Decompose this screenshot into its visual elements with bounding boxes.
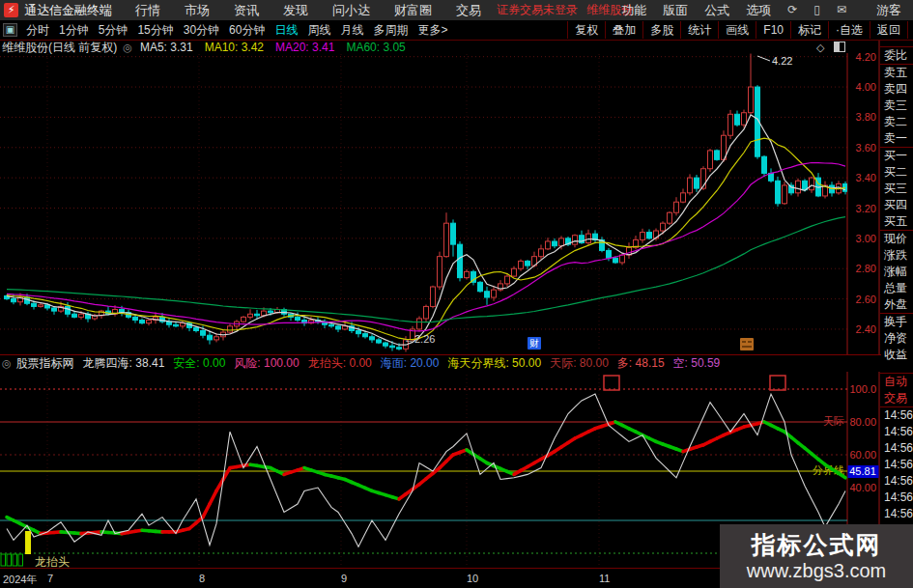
candle-body [336, 326, 341, 329]
toolbar-button-1[interactable]: 叠加 [605, 21, 642, 39]
badge-glyph-mark [748, 341, 752, 343]
menu-item-0[interactable]: 行情 [135, 2, 160, 19]
right-menu-3[interactable]: 选项 [746, 2, 771, 19]
candle-body [559, 238, 564, 246]
event-badge-orange [740, 338, 754, 350]
ma-values: MA5: 3.31MA10: 3.42MA20: 3.41MA60: 3.05 [140, 41, 417, 54]
price-axis-label: 3.60 [856, 142, 876, 154]
period-item-5[interactable]: 60分钟 [229, 22, 265, 39]
candle-body [715, 151, 720, 159]
auto-trade-label-1[interactable]: 交易 [880, 390, 913, 406]
right-menu-1[interactable]: 版面 [663, 2, 688, 19]
indicator-field-4: 龙抬头: 0.00 [308, 355, 372, 372]
split-square-icon[interactable] [834, 42, 845, 52]
tick-time-4: 14:56 [880, 473, 913, 490]
candle-body [465, 271, 470, 277]
refresh-icon[interactable]: ⟳ [787, 0, 797, 20]
period-item-1[interactable]: 1分钟 [59, 22, 89, 39]
candle-body [377, 340, 382, 343]
menu-item-4[interactable]: 问小达 [332, 2, 370, 19]
right-menu-2[interactable]: 公式 [704, 2, 729, 19]
candle-body [269, 311, 273, 313]
guest-label[interactable]: 游客 [876, 2, 901, 19]
period-item-7[interactable]: 周线 [307, 22, 330, 39]
quote-label-17: 净资 [880, 330, 913, 347]
main-chart-canvas[interactable]: 4.204.003.803.603.403.203.002.802.602.40… [0, 0, 913, 588]
auto-trade-label-0[interactable]: 自动 [880, 373, 913, 390]
main-menus: 行情市场资讯发现问小达财富圈交易 [135, 2, 505, 19]
watermark-url: www.zbgs3.com [747, 559, 887, 582]
period-item-3[interactable]: 15分钟 [137, 22, 173, 39]
dragon-signal-box [18, 554, 23, 566]
toolbar-button-3[interactable]: 统计 [680, 21, 718, 39]
candle-body [194, 327, 199, 330]
indicator-collapse-circle-icon[interactable]: ◎ [2, 357, 12, 370]
candle-body [735, 114, 740, 125]
candle-body [147, 321, 152, 323]
candle-body [485, 292, 490, 297]
toolbar-button-6[interactable]: 标记 [790, 21, 828, 39]
candle-body [140, 321, 145, 323]
collapse-circle-icon[interactable]: ◎ [123, 42, 132, 54]
toolbar-button-7[interactable]: ·自选 [828, 21, 870, 39]
candle-body [512, 268, 517, 276]
period-item-2[interactable]: 5分钟 [99, 22, 128, 39]
toolbar-button-2[interactable]: 多股 [642, 21, 680, 39]
tick-time-5: 14:56 [880, 490, 913, 506]
indicator-field-8: 多: 48.15 [617, 355, 665, 372]
menu-item-3[interactable]: 发现 [283, 2, 308, 19]
login-status[interactable]: 证券交易未登录 [497, 2, 578, 18]
current-value-text: 45.81 [849, 465, 876, 477]
menu-item-6[interactable]: 交易 [456, 2, 481, 19]
toolbar-button-4[interactable]: 画线 [718, 21, 756, 39]
price-axis-label: 2.80 [856, 263, 876, 274]
candle-body [668, 212, 672, 223]
menu-item-2[interactable]: 资讯 [234, 2, 259, 19]
indicator-field-9: 空: 50.59 [673, 355, 721, 372]
timeline-month-3: 10 [467, 573, 478, 584]
indicator-field-5: 海面: 20.00 [381, 355, 440, 372]
period-item-10[interactable]: 更多> [417, 22, 447, 39]
mail-icon[interactable]: ✉ [837, 0, 846, 20]
candle-body [573, 236, 578, 244]
toolbar-button-0[interactable]: 复权 [567, 21, 605, 39]
dragon-signal-label: 龙抬头 [35, 555, 70, 569]
menu-item-5[interactable]: 财富圈 [394, 2, 432, 19]
period-item-0[interactable]: 分时 [26, 22, 49, 39]
window-icon[interactable]: ▣ [3, 23, 17, 37]
trend-line-segment [210, 490, 216, 504]
period-item-8[interactable]: 月线 [340, 22, 363, 39]
dragon-arrow-bar [25, 531, 31, 554]
price-axis-label: 2.40 [856, 323, 876, 335]
indicator-field-7: 天际: 80.00 [550, 355, 609, 372]
period-item-9[interactable]: 多周期 [373, 22, 408, 39]
toolbar-button-8[interactable]: 返回 [870, 21, 908, 39]
quote-label-11: 现价 [880, 230, 913, 247]
quote-label-6: 买一 [880, 147, 913, 164]
diamond-icon[interactable]: ◇ [816, 42, 824, 54]
indicator-fields: 股票指标网龙腾四海: 38.41安全: 0.00风险: 100.00龙抬头: 0… [16, 355, 729, 372]
candle-body [32, 303, 37, 306]
candle-body [444, 223, 449, 256]
menu-item-1[interactable]: 市场 [185, 2, 210, 19]
candle-body [228, 326, 233, 332]
toolbar-button-5[interactable]: F10 [756, 21, 790, 39]
price-annotation: ←2.26 [404, 333, 435, 345]
watermark: 指标公式网 www.zbgs3.com [720, 524, 913, 588]
menubar-right: 功能版面公式选项 ⟳ ▯ ✉ 游客 [621, 0, 901, 20]
tick-time-6: 14:56 [880, 506, 913, 522]
candle-body [214, 337, 219, 340]
candle-body [167, 322, 172, 324]
candle-body [478, 282, 483, 291]
annotation-pointer [757, 56, 770, 61]
period-item-4[interactable]: 30分钟 [184, 22, 219, 39]
mobile-icon[interactable]: ▯ [813, 0, 820, 20]
app-logo-lightning-icon[interactable]: ⚡ [4, 3, 18, 17]
quote-label-18: 收益 [880, 347, 913, 363]
candle-body [451, 223, 456, 244]
quote-sidebar: 委比卖五卖四卖三卖二卖一买一买二买三买四买五现价涨跌涨幅总量外盘换手净资收益自动… [880, 41, 913, 568]
period-item-6[interactable]: 日线 [274, 22, 298, 39]
candle-body [526, 261, 530, 266]
right-menu-0[interactable]: 功能 [621, 2, 646, 19]
candle-body [688, 178, 693, 193]
